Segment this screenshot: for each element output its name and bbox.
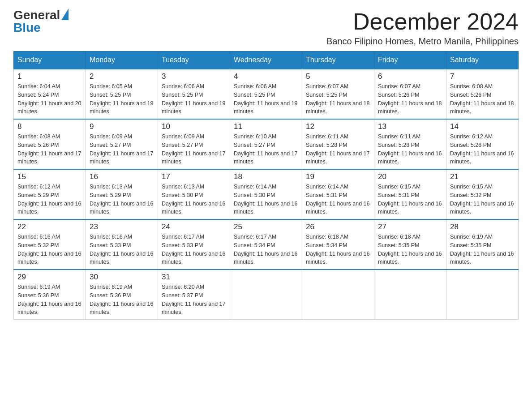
calendar-cell: 10 Sunrise: 6:09 AMSunset: 5:27 PMDaylig…	[158, 119, 230, 169]
column-header-saturday: Saturday	[446, 51, 519, 69]
calendar-cell: 1 Sunrise: 6:04 AMSunset: 5:24 PMDayligh…	[14, 69, 86, 119]
day-number: 17	[162, 172, 226, 181]
day-number: 6	[378, 72, 442, 81]
day-number: 5	[306, 72, 370, 81]
day-info: Sunrise: 6:04 AMSunset: 5:24 PMDaylight:…	[17, 83, 81, 115]
calendar-cell: 15 Sunrise: 6:12 AMSunset: 5:29 PMDaylig…	[14, 169, 86, 219]
day-info: Sunrise: 6:17 AMSunset: 5:34 PMDaylight:…	[234, 234, 297, 265]
month-title: December 2024	[326, 9, 519, 34]
day-number: 2	[90, 72, 154, 81]
day-info: Sunrise: 6:18 AMSunset: 5:35 PMDaylight:…	[378, 234, 442, 265]
column-header-wednesday: Wednesday	[230, 51, 302, 69]
day-info: Sunrise: 6:09 AMSunset: 5:27 PMDaylight:…	[162, 133, 225, 165]
day-number: 28	[450, 223, 515, 231]
day-number: 30	[90, 273, 154, 282]
calendar-cell	[374, 270, 446, 320]
column-header-tuesday: Tuesday	[158, 51, 230, 69]
day-number: 12	[306, 122, 370, 131]
day-number: 9	[90, 122, 154, 131]
calendar-cell	[230, 270, 302, 320]
calendar-cell: 17 Sunrise: 6:13 AMSunset: 5:30 PMDaylig…	[158, 169, 230, 219]
calendar-cell: 11 Sunrise: 6:10 AMSunset: 5:27 PMDaylig…	[230, 119, 302, 169]
day-info: Sunrise: 6:07 AMSunset: 5:26 PMDaylight:…	[378, 83, 442, 115]
day-info: Sunrise: 6:08 AMSunset: 5:26 PMDaylight:…	[450, 83, 514, 115]
calendar-cell: 30 Sunrise: 6:19 AMSunset: 5:36 PMDaylig…	[86, 270, 158, 320]
day-info: Sunrise: 6:08 AMSunset: 5:26 PMDaylight:…	[17, 133, 81, 165]
calendar-cell: 29 Sunrise: 6:19 AMSunset: 5:36 PMDaylig…	[14, 270, 86, 320]
day-info: Sunrise: 6:15 AMSunset: 5:32 PMDaylight:…	[450, 184, 514, 215]
column-header-thursday: Thursday	[302, 51, 374, 69]
day-info: Sunrise: 6:10 AMSunset: 5:27 PMDaylight:…	[234, 133, 297, 165]
day-number: 8	[17, 122, 82, 131]
location-title: Banco Filipino Homes, Metro Manila, Phil…	[326, 36, 519, 47]
day-info: Sunrise: 6:16 AMSunset: 5:32 PMDaylight:…	[17, 234, 81, 265]
column-header-monday: Monday	[86, 51, 158, 69]
day-number: 13	[378, 122, 442, 131]
calendar-cell: 3 Sunrise: 6:06 AMSunset: 5:25 PMDayligh…	[158, 69, 230, 119]
day-info: Sunrise: 6:19 AMSunset: 5:36 PMDaylight:…	[17, 284, 81, 315]
calendar-cell: 27 Sunrise: 6:18 AMSunset: 5:35 PMDaylig…	[374, 219, 446, 270]
calendar-cell	[446, 270, 519, 320]
calendar-cell: 6 Sunrise: 6:07 AMSunset: 5:26 PMDayligh…	[374, 69, 446, 119]
calendar-cell: 12 Sunrise: 6:11 AMSunset: 5:28 PMDaylig…	[302, 119, 374, 169]
day-info: Sunrise: 6:12 AMSunset: 5:29 PMDaylight:…	[17, 184, 81, 215]
day-info: Sunrise: 6:15 AMSunset: 5:31 PMDaylight:…	[378, 184, 442, 215]
calendar-cell: 13 Sunrise: 6:11 AMSunset: 5:28 PMDaylig…	[374, 119, 446, 169]
calendar-cell: 9 Sunrise: 6:09 AMSunset: 5:27 PMDayligh…	[86, 119, 158, 169]
calendar-cell: 19 Sunrise: 6:14 AMSunset: 5:31 PMDaylig…	[302, 169, 374, 219]
logo-triangle-icon	[61, 9, 69, 20]
calendar-cell: 4 Sunrise: 6:06 AMSunset: 5:25 PMDayligh…	[230, 69, 302, 119]
day-info: Sunrise: 6:17 AMSunset: 5:33 PMDaylight:…	[162, 234, 225, 265]
day-number: 25	[234, 223, 298, 231]
calendar-cell: 18 Sunrise: 6:14 AMSunset: 5:30 PMDaylig…	[230, 169, 302, 219]
day-number: 1	[17, 72, 82, 81]
column-header-friday: Friday	[374, 51, 446, 69]
title-block: December 2024 Banco Filipino Homes, Metr…	[326, 9, 519, 47]
day-number: 14	[450, 122, 515, 131]
calendar-cell: 16 Sunrise: 6:13 AMSunset: 5:29 PMDaylig…	[86, 169, 158, 219]
column-header-sunday: Sunday	[14, 51, 86, 69]
day-info: Sunrise: 6:11 AMSunset: 5:28 PMDaylight:…	[378, 133, 442, 165]
calendar-cell: 7 Sunrise: 6:08 AMSunset: 5:26 PMDayligh…	[446, 69, 519, 119]
day-info: Sunrise: 6:13 AMSunset: 5:29 PMDaylight:…	[90, 184, 153, 215]
day-info: Sunrise: 6:19 AMSunset: 5:35 PMDaylight:…	[450, 234, 514, 265]
day-number: 18	[234, 172, 298, 181]
day-info: Sunrise: 6:05 AMSunset: 5:25 PMDaylight:…	[90, 83, 153, 115]
day-number: 29	[17, 273, 82, 282]
calendar-cell: 22 Sunrise: 6:16 AMSunset: 5:32 PMDaylig…	[14, 219, 86, 270]
day-number: 22	[17, 223, 82, 231]
day-info: Sunrise: 6:13 AMSunset: 5:30 PMDaylight:…	[162, 184, 225, 215]
calendar-cell: 5 Sunrise: 6:07 AMSunset: 5:25 PMDayligh…	[302, 69, 374, 119]
day-info: Sunrise: 6:20 AMSunset: 5:37 PMDaylight:…	[162, 284, 225, 315]
week-row-2: 8 Sunrise: 6:08 AMSunset: 5:26 PMDayligh…	[14, 119, 519, 169]
logo-blue-text: Blue	[13, 21, 41, 34]
day-info: Sunrise: 6:06 AMSunset: 5:25 PMDaylight:…	[234, 83, 297, 115]
page-header: General Blue December 2024 Banco Filipin…	[13, 9, 519, 47]
day-info: Sunrise: 6:14 AMSunset: 5:31 PMDaylight:…	[306, 184, 369, 215]
calendar-cell: 2 Sunrise: 6:05 AMSunset: 5:25 PMDayligh…	[86, 69, 158, 119]
day-info: Sunrise: 6:09 AMSunset: 5:27 PMDaylight:…	[90, 133, 153, 165]
week-row-5: 29 Sunrise: 6:19 AMSunset: 5:36 PMDaylig…	[14, 270, 519, 320]
day-number: 24	[162, 223, 226, 231]
day-number: 7	[450, 72, 515, 81]
calendar-cell: 24 Sunrise: 6:17 AMSunset: 5:33 PMDaylig…	[158, 219, 230, 270]
week-row-1: 1 Sunrise: 6:04 AMSunset: 5:24 PMDayligh…	[14, 69, 519, 119]
calendar-cell	[302, 270, 374, 320]
week-row-4: 22 Sunrise: 6:16 AMSunset: 5:32 PMDaylig…	[14, 219, 519, 270]
week-row-3: 15 Sunrise: 6:12 AMSunset: 5:29 PMDaylig…	[14, 169, 519, 219]
day-number: 11	[234, 122, 298, 131]
day-info: Sunrise: 6:14 AMSunset: 5:30 PMDaylight:…	[234, 184, 297, 215]
calendar-cell: 25 Sunrise: 6:17 AMSunset: 5:34 PMDaylig…	[230, 219, 302, 270]
calendar-header-row: SundayMondayTuesdayWednesdayThursdayFrid…	[14, 51, 519, 69]
day-info: Sunrise: 6:19 AMSunset: 5:36 PMDaylight:…	[90, 284, 153, 315]
calendar-cell: 20 Sunrise: 6:15 AMSunset: 5:31 PMDaylig…	[374, 169, 446, 219]
calendar-cell: 21 Sunrise: 6:15 AMSunset: 5:32 PMDaylig…	[446, 169, 519, 219]
day-info: Sunrise: 6:11 AMSunset: 5:28 PMDaylight:…	[306, 133, 369, 165]
day-number: 3	[162, 72, 226, 81]
calendar-table: SundayMondayTuesdayWednesdayThursdayFrid…	[13, 51, 519, 320]
day-info: Sunrise: 6:12 AMSunset: 5:28 PMDaylight:…	[450, 133, 514, 165]
calendar-cell: 26 Sunrise: 6:18 AMSunset: 5:34 PMDaylig…	[302, 219, 374, 270]
logo-general-text: General	[13, 9, 60, 21]
day-number: 23	[90, 223, 154, 231]
day-number: 27	[378, 223, 442, 231]
